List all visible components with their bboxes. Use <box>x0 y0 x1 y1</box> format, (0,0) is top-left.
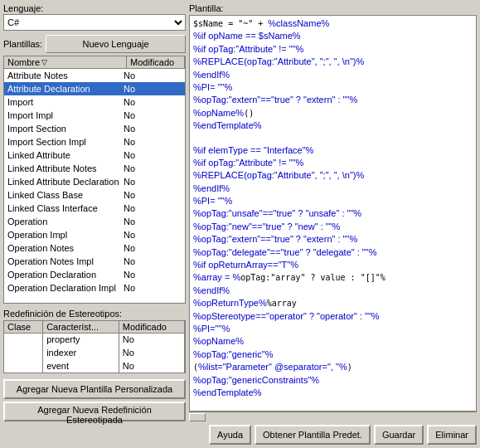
list-item[interactable]: Linked Attribute DeclarationNo <box>4 175 185 188</box>
sort-icon: ▽ <box>41 58 47 66</box>
list-item[interactable]: Linked Class InterfaceNo <box>4 202 185 215</box>
list-item[interactable]: Import Section ImplNo <box>4 135 185 149</box>
list-item[interactable]: Operation Declaration ImplNo <box>4 281 185 295</box>
list-item[interactable]: Attribute DeclarationNo <box>4 82 185 95</box>
list-item[interactable]: Operation ImplNo <box>4 228 185 241</box>
redefinicion-row[interactable]: eventNo <box>4 359 185 373</box>
list-item[interactable]: Import SectionNo <box>4 122 185 135</box>
obtener-plantilla-button[interactable]: Obtener Plantilla Predet. <box>255 425 371 445</box>
list-item[interactable]: OperationNo <box>4 215 185 228</box>
scrollbar-thumb[interactable] <box>189 413 206 421</box>
list-item[interactable]: Linked Attribute NotesNo <box>4 162 185 175</box>
redefinicion-header-clase: Clase <box>4 321 43 334</box>
plantillas-list[interactable]: Attribute NotesNoAttribute DeclarationNo… <box>4 69 185 303</box>
list-header-nombre[interactable]: Nombre ▽ <box>4 56 127 68</box>
horizontal-scrollbar[interactable] <box>189 411 477 421</box>
language-select[interactable]: C# <box>3 14 186 31</box>
list-item[interactable]: Linked Class BaseNo <box>4 188 185 202</box>
agregar-plantilla-button[interactable]: Agregar Nueva Plantilla Personalizada <box>3 379 186 399</box>
redefinicion-row[interactable]: propertyNo <box>4 333 185 346</box>
list-item[interactable]: Import ImplNo <box>4 109 185 122</box>
list-item[interactable]: Linked AttributeNo <box>4 149 185 162</box>
list-header-modificado[interactable]: Modificado <box>127 56 185 68</box>
guardar-button[interactable]: Guardar <box>374 425 424 445</box>
bottom-toolbar: Ayuda Obtener Plantilla Predet. Guardar … <box>3 425 477 445</box>
plantilla-editor[interactable]: $sName = "~" + %className% %if opName ==… <box>189 15 477 411</box>
ayuda-button[interactable]: Ayuda <box>209 425 251 445</box>
plantilla-label: Plantilla: <box>189 3 477 13</box>
redefinicion-label: Redefinición de Estereotipos: <box>3 309 186 319</box>
language-label: Lenguaje: <box>3 3 186 13</box>
list-item[interactable]: Operation NotesNo <box>4 241 185 255</box>
redefinicion-header-modificado: Modificado <box>119 321 184 334</box>
agregar-redefinicion-button[interactable]: Agregar Nueva Redefinición Estereotipada <box>3 402 186 421</box>
eliminar-button[interactable]: Eliminar <box>427 425 477 445</box>
list-item[interactable]: Attribute NotesNo <box>4 69 185 82</box>
list-item[interactable]: Operation DeclarationNo <box>4 268 185 281</box>
list-item[interactable]: Operation Notes ImplNo <box>4 255 185 268</box>
redefinicion-header-caracterist: Característ... <box>43 321 119 334</box>
list-item[interactable]: ImportNo <box>4 95 185 109</box>
nuevo-language-button[interactable]: Nuevo Lenguaje <box>46 35 186 53</box>
plantillas-label: Plantillas: <box>3 39 42 49</box>
redefinicion-row[interactable]: indexerNo <box>4 346 185 359</box>
